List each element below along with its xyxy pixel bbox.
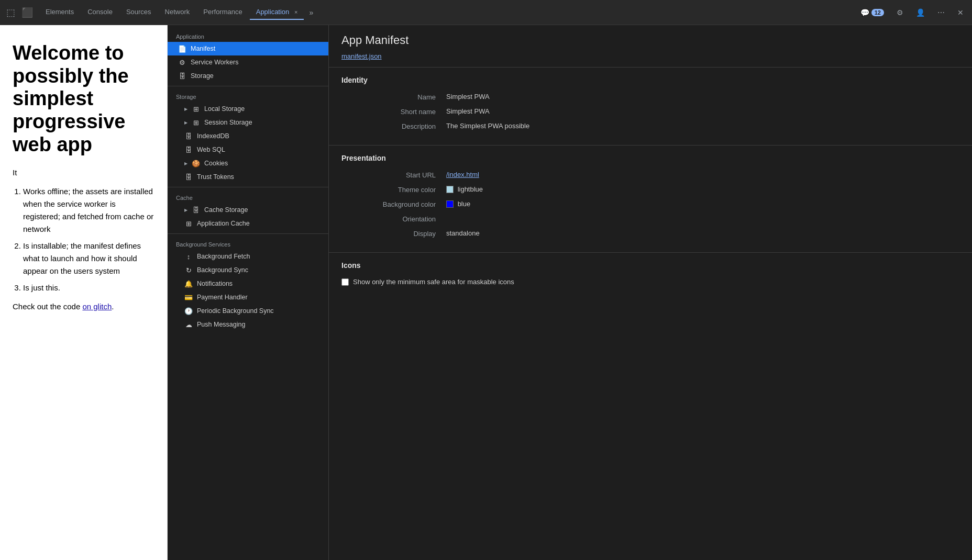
glitch-link[interactable]: on glitch [82,302,112,311]
chrome-actions: 💬 12 ⚙ 👤 ⋯ ✕ [856,6,968,19]
bg-color-row: Background color blue [341,200,959,208]
orientation-row: Orientation [341,215,959,223]
tab-elements[interactable]: Elements [39,5,80,20]
sidebar-item-push-messaging[interactable]: ☁ Push Messaging [168,318,328,331]
sidebar-item-storage[interactable]: 🗄 Storage [168,69,328,83]
sidebar-item-bg-fetch[interactable]: ↕ Background Fetch [168,250,328,263]
sidebar-item-label: Periodic Background Sync [197,307,274,315]
sidebar-item-periodic-bg-sync[interactable]: 🕐 Periodic Background Sync [168,304,328,318]
customize-button[interactable]: 👤 [912,6,929,19]
identity-section: Identity Name Simplest PWA Short name Si… [329,68,972,145]
db-icon: 🗄 [184,132,193,140]
tab-network[interactable]: Network [159,5,196,20]
table-icon: ⊞ [192,118,200,127]
sidebar-item-indexeddb[interactable]: 🗄 IndexedDB [168,129,328,143]
table-icon: ⊞ [184,219,193,228]
file-icon: 📄 [178,44,186,53]
theme-color-swatch[interactable] [446,186,454,193]
divider [168,86,328,86]
start-url-link[interactable]: /index.html [446,171,479,178]
sidebar-item-notifications[interactable]: 🔔 Notifications [168,277,328,290]
display-value: standalone [446,229,480,237]
maskable-icons-label: Show only the minimum safe area for mask… [353,278,514,286]
sidebar-item-label: Push Messaging [197,321,245,328]
tab-performance[interactable]: Performance [197,5,248,20]
sidebar-item-cookies[interactable]: 🍪 Cookies [168,156,328,170]
more-button[interactable]: ⋯ [933,6,949,19]
sidebar-item-trust-tokens[interactable]: 🗄 Trust Tokens [168,170,328,184]
settings-button[interactable]: ⚙ [892,6,908,19]
display-label: Display [341,229,446,238]
close-button[interactable]: ✕ [953,6,968,19]
db-icon: 🗄 [178,72,186,80]
start-url-label: Start URL [341,171,446,179]
sidebar-item-label: Payment Handler [197,294,248,301]
bg-color-label: Background color [341,200,446,208]
maskable-icons-checkbox[interactable] [341,278,349,286]
name-value: Simplest PWA [446,93,490,100]
list-item: Works offline; the assets are installed … [23,185,154,236]
sidebar-item-payment-handler[interactable]: 💳 Payment Handler [168,290,328,304]
main-layout: Welcome to possibly the simplest progres… [0,25,972,560]
name-label: Name [341,93,446,101]
sidebar-item-label: Local Storage [204,105,245,113]
issues-icon: 💬 [860,8,869,17]
sidebar-item-local-storage[interactable]: ⊞ Local Storage [168,102,328,116]
sidebar-item-label: Background Fetch [197,253,250,260]
sidebar-bg-services-label: Background Services [168,237,328,250]
description-label: Description [341,122,446,130]
more-tabs-button[interactable]: » [305,6,317,19]
more-icon: ⋯ [937,8,945,17]
sidebar-item-app-cache[interactable]: ⊞ Application Cache [168,217,328,230]
sidebar-item-label: Trust Tokens [197,173,234,181]
maskable-icons-row: Show only the minimum safe area for mask… [341,278,959,286]
db-icon: 🗄 [192,206,200,214]
main-content-area: App Manifest manifest.json Identity Name… [329,25,972,560]
short-name-row: Short name Simplest PWA [341,107,959,116]
sidebar-item-label: Storage [191,72,214,80]
tab-application[interactable]: Application × [250,5,304,20]
sidebar-item-service-workers[interactable]: ⚙ Service Workers [168,55,328,69]
sidebar-item-bg-sync[interactable]: ↻ Background Sync [168,263,328,277]
tab-sources[interactable]: Sources [120,5,158,20]
theme-color-label: Theme color [341,185,446,194]
start-url-row: Start URL /index.html [341,171,959,179]
sidebar-item-cache-storage[interactable]: 🗄 Cache Storage [168,203,328,217]
webpage-list: Works offline; the assets are installed … [13,185,154,294]
cloud-icon: ☁ [184,320,193,329]
name-row: Name Simplest PWA [341,93,959,101]
cursor-icon[interactable]: ⬚ [4,5,17,20]
list-item: Is just this. [23,282,154,294]
webpage-intro: It [13,166,154,179]
bg-color-swatch[interactable] [446,200,454,208]
divider [168,233,328,234]
triangle-icon [184,161,187,166]
presentation-title: Presentation [341,154,959,162]
sidebar-item-label: Manifest [191,45,215,52]
cookie-icon: 🍪 [192,159,200,167]
start-url-value: /index.html [446,171,479,178]
sidebar-item-label: Application Cache [197,220,250,227]
sidebar-item-web-sql[interactable]: 🗄 Web SQL [168,143,328,156]
chrome-tabs: Elements Console Sources Network Perform… [39,5,856,20]
tab-close-icon[interactable]: × [294,9,297,15]
triangle-icon [184,208,187,212]
chrome-top-bar: ⬚ ⬛ Elements Console Sources Network Per… [0,0,972,25]
sidebar-item-label: Session Storage [204,119,252,126]
sidebar-item-manifest[interactable]: 📄 Manifest [168,42,328,55]
manifest-link[interactable]: manifest.json [341,52,382,60]
webpage-preview: Welcome to possibly the simplest progres… [0,25,168,560]
divider [168,187,328,187]
sync-icon: ↻ [184,266,193,274]
bg-color-value: blue [446,200,470,208]
issues-button[interactable]: 💬 12 [856,6,888,19]
tab-console[interactable]: Console [81,5,119,20]
short-name-value: Simplest PWA [446,107,490,115]
card-icon: 💳 [184,293,193,301]
sidebar-item-session-storage[interactable]: ⊞ Session Storage [168,116,328,129]
issues-badge: 12 [871,9,884,16]
dock-icon[interactable]: ⬛ [19,5,35,20]
content-header: App Manifest manifest.json [329,25,972,68]
clock-icon: 🕐 [184,307,193,315]
sidebar-item-label: Web SQL [197,146,225,153]
